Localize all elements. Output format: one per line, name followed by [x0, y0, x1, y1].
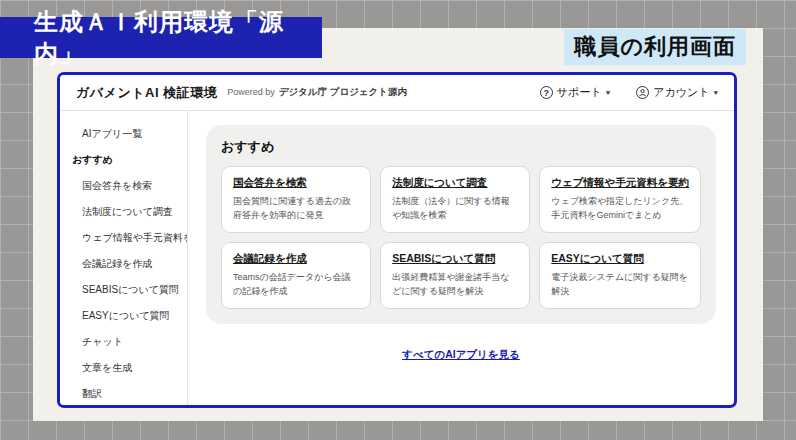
sidebar-item-generate-text[interactable]: 文章を生成 — [60, 355, 187, 381]
view-all-apps-link[interactable]: すべてのAIアプリを見る — [402, 348, 520, 360]
app-card-summarize-web[interactable]: ウェブ情報や手元資料を要約 ウェブ検索や指定したリンク先、手元資料をGemini… — [539, 166, 701, 233]
sidebar-item-ai-app-list[interactable]: AIアプリ一覧 — [60, 121, 187, 147]
app-card-description: 出張経費精算や謝金諸手当などに関する疑問を解決 — [392, 271, 518, 299]
main-content: おすすめ 国会答弁を検索 国会質問に関連する過去の政府答弁を効率的に発見 法制度… — [188, 111, 734, 405]
app-card-seabis-qa[interactable]: SEABISについて質問 出張経費精算や謝金諸手当などに関する疑問を解決 — [380, 242, 530, 309]
sidebar: AIアプリ一覧 おすすめ 国会答弁を検索 法制度について調査 ウェブ情報や手元資… — [60, 111, 188, 405]
powered-by: Powered byデジタル庁 プロジェクト源内 — [227, 86, 407, 99]
app-title: ガバメントAI 検証環境 — [76, 84, 217, 102]
app-card-diet-answers[interactable]: 国会答弁を検索 国会質問に関連する過去の政府答弁を効率的に発見 — [221, 166, 371, 233]
powered-by-prefix: Powered by — [227, 87, 275, 97]
account-menu-label: アカウント — [653, 85, 709, 100]
app-card-description: ウェブ検索や指定したリンク先、手元資料をGeminiでまとめ — [551, 195, 689, 223]
app-card-title: 法制度について調査 — [392, 176, 518, 190]
app-card-description: 国会質問に関連する過去の政府答弁を効率的に発見 — [233, 195, 359, 223]
app-window: ガバメントAI 検証環境 Powered byデジタル庁 プロジェクト源内 ? … — [57, 72, 737, 408]
app-card-title: SEABISについて質問 — [392, 252, 518, 266]
app-card-description: 法制度（法令）に関する情報や知識を検索 — [392, 195, 518, 223]
account-menu[interactable]: アカウント ▾ — [636, 85, 718, 100]
app-card-title: ウェブ情報や手元資料を要約 — [551, 176, 689, 190]
app-card-easy-qa[interactable]: EASYについて質問 電子決裁システムに関する疑問を解決 — [539, 242, 701, 309]
app-card-grid: 国会答弁を検索 国会質問に関連する過去の政府答弁を効率的に発見 法制度について調… — [221, 166, 701, 309]
app-header: ガバメントAI 検証環境 Powered byデジタル庁 プロジェクト源内 ? … — [60, 75, 734, 111]
view-all-apps-container: すべてのAIアプリを見る — [206, 344, 716, 362]
sidebar-item-translate[interactable]: 翻訳 — [60, 381, 187, 407]
chevron-down-icon: ▾ — [606, 89, 611, 97]
account-icon — [636, 86, 649, 99]
sidebar-item-chat[interactable]: チャット — [60, 329, 187, 355]
sidebar-item-meeting-notes[interactable]: 会議記録を作成 — [60, 251, 187, 277]
chevron-down-icon: ▾ — [713, 89, 718, 97]
app-card-meeting-notes[interactable]: 会議記録を作成 Teamsの会話データから会議の記録を作成 — [221, 242, 371, 309]
sidebar-item-diet-answers[interactable]: 国会答弁を検索 — [60, 173, 187, 199]
recommended-section: おすすめ 国会答弁を検索 国会質問に関連する過去の政府答弁を効率的に発見 法制度… — [206, 125, 716, 324]
screen-caption-label: 職員の利用画面 — [564, 29, 746, 65]
app-card-description: Teamsの会話データから会議の記録を作成 — [233, 271, 359, 299]
sidebar-item-legal-research[interactable]: 法制度について調査 — [60, 199, 187, 225]
app-body: AIアプリ一覧 おすすめ 国会答弁を検索 法制度について調査 ウェブ情報や手元資… — [60, 111, 734, 405]
slide-title-banner: 生成ＡＩ利用環境「源内」 — [0, 17, 322, 58]
slide-title: 生成ＡＩ利用環境「源内」 — [34, 6, 322, 70]
app-card-legal-research[interactable]: 法制度について調査 法制度（法令）に関する情報や知識を検索 — [380, 166, 530, 233]
screen-caption-text: 職員の利用画面 — [574, 34, 736, 59]
app-card-title: EASYについて質問 — [551, 252, 689, 266]
app-card-title: 会議記録を作成 — [233, 252, 359, 266]
sidebar-item-transcribe[interactable]: 音声から文字起こし — [60, 407, 187, 408]
app-card-title: 国会答弁を検索 — [233, 176, 359, 190]
sidebar-item-seabis-qa[interactable]: SEABISについて質問 — [60, 277, 187, 303]
support-menu-label: サポート — [557, 85, 602, 100]
recommended-section-title: おすすめ — [221, 138, 701, 156]
support-menu[interactable]: ? サポート ▾ — [540, 85, 610, 100]
sidebar-item-recommended[interactable]: おすすめ — [60, 147, 187, 173]
powered-by-name: デジタル庁 プロジェクト源内 — [279, 86, 407, 97]
app-card-description: 電子決裁システムに関する疑問を解決 — [551, 271, 689, 299]
help-icon: ? — [540, 86, 553, 99]
header-right-menus: ? サポート ▾ アカウント ▾ — [540, 85, 718, 100]
sidebar-item-summarize-web[interactable]: ウェブ情報や手元資料を要約 — [60, 225, 187, 251]
sidebar-item-easy-qa[interactable]: EASYについて質問 — [60, 303, 187, 329]
